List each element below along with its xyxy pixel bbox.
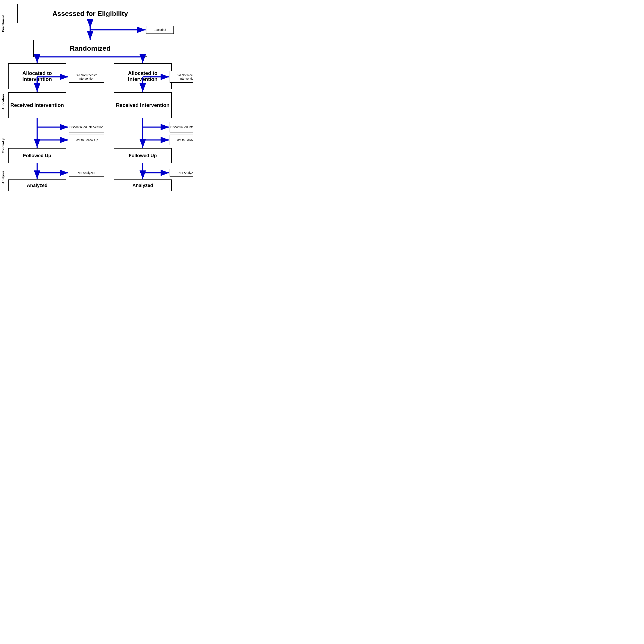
label-analysis: Analysis xyxy=(0,163,6,191)
notanalyzed-left-box: Not Analyzed xyxy=(69,169,104,177)
discontinued-right-box: Discontinued Intervention xyxy=(170,122,193,132)
allocated-left-box: Allocated to Intervention xyxy=(8,63,66,89)
lost-left-box: Lost to Follow-Up xyxy=(69,135,104,145)
analyzed-right-box: Analyzed xyxy=(114,179,172,191)
dnr-right-box: Did Not Receive Intervention xyxy=(170,71,193,83)
dnr-left-box: Did Not Receive Intervention xyxy=(69,71,104,83)
lost-right-box: Lost to Follow-Up xyxy=(170,135,193,145)
excluded-box: Excluded xyxy=(146,26,174,34)
received-right-box: Received Intervention xyxy=(114,92,172,118)
diagram-container: Enrollment Allocation Follow-Up Analysis… xyxy=(0,0,193,193)
allocated-right-box: Allocated to Intervention xyxy=(114,63,172,89)
followedup-left-box: Followed Up xyxy=(8,148,66,163)
label-enrollment: Enrollment xyxy=(0,6,6,41)
label-followup: Follow-Up xyxy=(0,127,6,164)
discontinued-left-box: Discontinued Intervention xyxy=(69,122,104,132)
notanalyzed-right-box: Not Analyzed xyxy=(170,169,193,177)
received-left-box: Received Intervention xyxy=(8,92,66,118)
followedup-right-box: Followed Up xyxy=(114,148,172,163)
randomized-box: Randomized xyxy=(33,40,147,57)
eligibility-box: Assessed for Eligibility xyxy=(17,4,163,23)
analyzed-left-box: Analyzed xyxy=(8,179,66,191)
